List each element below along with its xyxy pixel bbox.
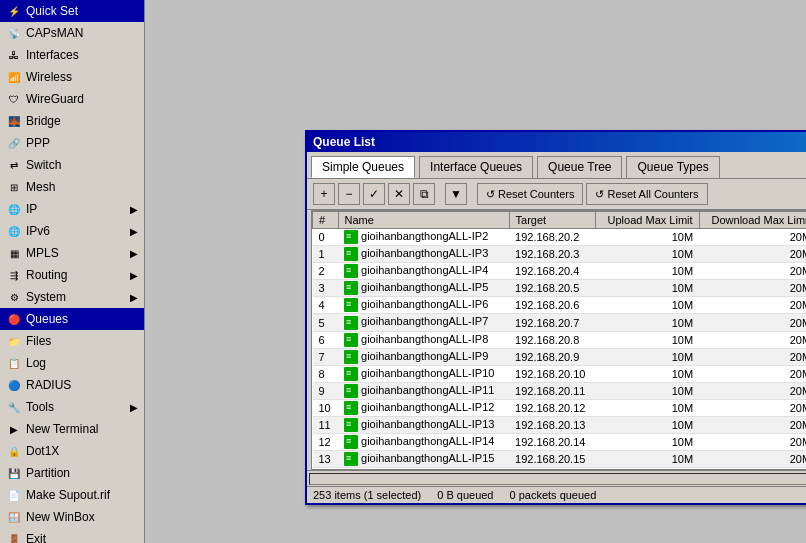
queue-table: # Name Target Upload Max Limit Download … <box>312 211 806 470</box>
table-row[interactable]: 3gioihanbangthongALL-IP5192.168.20.510M2… <box>313 280 807 297</box>
switch-icon: ⇄ <box>6 157 22 173</box>
sidebar-item-ppp[interactable]: 🔗PPP <box>0 132 144 154</box>
cross-button[interactable]: ✕ <box>388 183 410 205</box>
sidebar-item-routing[interactable]: ⇶Routing▶ <box>0 264 144 286</box>
cell-target: 192.168.20.7 <box>509 314 596 331</box>
cell-upload: 10M <box>596 399 699 416</box>
sidebar-item-capsman[interactable]: 📡CAPsMAN <box>0 22 144 44</box>
wireless-icon: 📶 <box>6 69 22 85</box>
copy-button[interactable]: ⧉ <box>413 183 435 205</box>
sidebar-item-dot1x[interactable]: 🔒Dot1X <box>0 440 144 462</box>
horizontal-scrollbar[interactable] <box>307 470 806 486</box>
sidebar-item-mesh[interactable]: ⊞Mesh <box>0 176 144 198</box>
status-bar: 253 items (1 selected) 0 B queued 0 pack… <box>307 486 806 503</box>
cell-num: 0 <box>313 229 339 246</box>
sidebar-item-log[interactable]: 📋Log <box>0 352 144 374</box>
window-titlebar: Queue List _ □ ✕ <box>307 132 806 152</box>
sidebar-item-tools[interactable]: 🔧Tools▶ <box>0 396 144 418</box>
system-arrow-icon: ▶ <box>130 292 138 303</box>
sidebar-item-bridge[interactable]: 🌉Bridge <box>0 110 144 132</box>
cell-download: 20M <box>699 246 806 263</box>
cell-num: 7 <box>313 348 339 365</box>
sidebar-label-dot1x: Dot1X <box>26 444 59 458</box>
sidebar-item-system[interactable]: ⚙System▶ <box>0 286 144 308</box>
sidebar-item-make-supout[interactable]: 📄Make Supout.rif <box>0 484 144 506</box>
table-row[interactable]: 8gioihanbangthongALL-IP10192.168.20.1010… <box>313 365 807 382</box>
sidebar-item-ipv6[interactable]: 🌐IPv6▶ <box>0 220 144 242</box>
cell-target: 192.168.20.15 <box>509 451 596 468</box>
sidebar: ⚡Quick Set📡CAPsMAN🖧Interfaces📶Wireless🛡W… <box>0 0 145 543</box>
tab-queue-tree[interactable]: Queue Tree <box>537 156 622 178</box>
sidebar-item-files[interactable]: 📁Files <box>0 330 144 352</box>
table-row[interactable]: 9gioihanbangthongALL-IP11192.168.20.1110… <box>313 382 807 399</box>
check-button[interactable]: ✓ <box>363 183 385 205</box>
sidebar-item-interfaces[interactable]: 🖧Interfaces <box>0 44 144 66</box>
table-row[interactable]: 0gioihanbangthongALL-IP2192.168.20.210M2… <box>313 229 807 246</box>
sidebar-item-new-terminal[interactable]: ▶New Terminal <box>0 418 144 440</box>
sidebar-item-mpls[interactable]: ▦MPLS▶ <box>0 242 144 264</box>
sidebar-item-radius[interactable]: 🔵RADIUS <box>0 374 144 396</box>
table-row[interactable]: 12gioihanbangthongALL-IP14192.168.20.141… <box>313 434 807 451</box>
table-row[interactable]: 7gioihanbangthongALL-IP9192.168.20.910M2… <box>313 348 807 365</box>
table-row[interactable]: 4gioihanbangthongALL-IP6192.168.20.610M2… <box>313 297 807 314</box>
ipv6-arrow-icon: ▶ <box>130 226 138 237</box>
cell-target: 192.168.20.2 <box>509 229 596 246</box>
sidebar-item-partition[interactable]: 💾Partition <box>0 462 144 484</box>
sidebar-item-switch[interactable]: ⇄Switch <box>0 154 144 176</box>
interfaces-icon: 🖧 <box>6 47 22 63</box>
add-button[interactable]: + <box>313 183 335 205</box>
cell-num: 12 <box>313 434 339 451</box>
table-row[interactable]: 11gioihanbangthongALL-IP13192.168.20.131… <box>313 417 807 434</box>
sidebar-item-queues[interactable]: 🔴Queues <box>0 308 144 330</box>
cell-upload: 10M <box>596 280 699 297</box>
cell-name: gioihanbangthongALL-IP7 <box>338 314 509 331</box>
cell-num: 5 <box>313 314 339 331</box>
row-status-icon <box>344 230 358 244</box>
mpls-arrow-icon: ▶ <box>130 248 138 259</box>
cell-download: 20M <box>699 229 806 246</box>
cell-download: 20M <box>699 417 806 434</box>
reset-counters-button[interactable]: ↺ Reset Counters <box>477 183 583 205</box>
sidebar-label-ppp: PPP <box>26 136 50 150</box>
sidebar-item-quick-set[interactable]: ⚡Quick Set <box>0 0 144 22</box>
table-row[interactable]: 6gioihanbangthongALL-IP8192.168.20.810M2… <box>313 331 807 348</box>
sidebar-label-routing: Routing <box>26 268 67 282</box>
mpls-icon: ▦ <box>6 245 22 261</box>
remove-button[interactable]: − <box>338 183 360 205</box>
sidebar-label-wireless: Wireless <box>26 70 72 84</box>
row-status-icon <box>344 264 358 278</box>
cell-num: 3 <box>313 280 339 297</box>
table-row[interactable]: 13gioihanbangthongALL-IP15192.168.20.151… <box>313 451 807 468</box>
tab-interface-queues[interactable]: Interface Queues <box>419 156 533 178</box>
cell-name: gioihanbangthongALL-IP12 <box>338 399 509 416</box>
table-row[interactable]: 10gioihanbangthongALL-IP12192.168.20.121… <box>313 399 807 416</box>
filter-button[interactable]: ▼ <box>445 183 467 205</box>
tab-queue-types[interactable]: Queue Types <box>626 156 719 178</box>
reset-all-counters-label: Reset All Counters <box>607 188 698 200</box>
sidebar-item-new-winbox[interactable]: 🪟New WinBox <box>0 506 144 528</box>
row-status-icon <box>344 298 358 312</box>
cell-target: 192.168.20.11 <box>509 382 596 399</box>
reset-all-icon: ↺ <box>595 188 604 201</box>
sidebar-item-exit[interactable]: 🚪Exit <box>0 528 144 543</box>
toolbar: + − ✓ ✕ ⧉ ▼ ↺ Reset Counters ↺ Reset All… <box>307 179 806 210</box>
row-status-icon <box>344 435 358 449</box>
tab-simple-queues[interactable]: Simple Queues <box>311 156 415 178</box>
sidebar-item-ip[interactable]: 🌐IP▶ <box>0 198 144 220</box>
cell-target: 192.168.20.8 <box>509 331 596 348</box>
ip-icon: 🌐 <box>6 201 22 217</box>
row-status-icon <box>344 367 358 381</box>
reset-all-counters-button[interactable]: ↺ Reset All Counters <box>586 183 707 205</box>
sidebar-item-wireless[interactable]: 📶Wireless <box>0 66 144 88</box>
table-row[interactable]: 5gioihanbangthongALL-IP7192.168.20.710M2… <box>313 314 807 331</box>
row-status-icon <box>344 333 358 347</box>
table-row[interactable]: 2gioihanbangthongALL-IP4192.168.20.410M2… <box>313 263 807 280</box>
col-upload: Upload Max Limit <box>596 212 699 229</box>
cell-download: 20M <box>699 263 806 280</box>
sidebar-label-wireguard: WireGuard <box>26 92 84 106</box>
sidebar-item-wireguard[interactable]: 🛡WireGuard <box>0 88 144 110</box>
cell-upload: 10M <box>596 417 699 434</box>
cell-upload: 10M <box>596 246 699 263</box>
queued-packets: 0 packets queued <box>510 489 597 501</box>
table-row[interactable]: 1gioihanbangthongALL-IP3192.168.20.310M2… <box>313 246 807 263</box>
